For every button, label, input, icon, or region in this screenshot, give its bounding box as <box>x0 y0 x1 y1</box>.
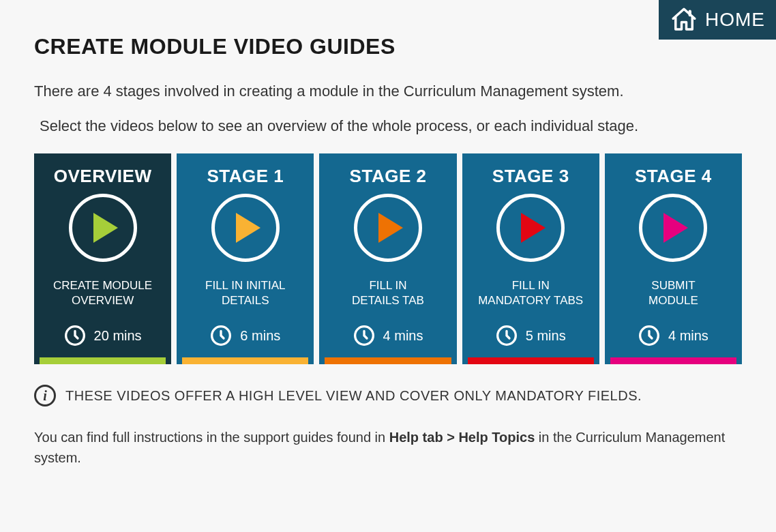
footer-bold: Help tab > Help Topics <box>389 430 535 445</box>
duration-text: 20 mins <box>94 328 142 344</box>
home-button[interactable]: HOME <box>659 0 776 40</box>
card-duration: 4 mins <box>638 325 708 346</box>
play-icon <box>211 194 280 262</box>
video-card-3[interactable]: STAGE 3FILL IN MANDATORY TABS5 mins <box>462 153 599 364</box>
play-icon <box>354 194 422 262</box>
card-title: STAGE 3 <box>492 166 569 187</box>
card-duration: 6 mins <box>210 325 280 346</box>
card-duration: 5 mins <box>496 325 566 346</box>
home-label: HOME <box>705 9 765 31</box>
page-title: CREATE MODULE VIDEO GUIDES <box>34 34 742 59</box>
card-accent-bar <box>182 357 308 364</box>
card-accent-bar <box>40 357 166 364</box>
card-accent-bar <box>610 357 736 364</box>
card-title: STAGE 1 <box>207 166 284 187</box>
info-icon: i <box>34 385 56 407</box>
card-title: STAGE 4 <box>635 166 712 187</box>
card-duration: 4 mins <box>353 325 423 346</box>
intro-line-1: There are 4 stages involved in creating … <box>34 80 742 102</box>
home-icon <box>670 5 698 34</box>
card-title: OVERVIEW <box>54 166 152 187</box>
card-description: FILL IN DETAILS TAB <box>349 278 427 308</box>
card-description: FILL IN INITIAL DETAILS <box>203 278 288 308</box>
card-accent-bar <box>325 357 451 364</box>
video-card-4[interactable]: STAGE 4SUBMIT MODULE4 mins <box>605 153 742 364</box>
play-icon <box>639 194 707 262</box>
clock-icon <box>64 325 86 346</box>
clock-icon <box>353 325 375 346</box>
card-description: SUBMIT MODULE <box>646 278 701 308</box>
info-text: THESE VIDEOS OFFER A HIGH LEVEL VIEW AND… <box>65 388 642 404</box>
card-title: STAGE 2 <box>350 166 427 187</box>
video-card-2[interactable]: STAGE 2FILL IN DETAILS TAB4 mins <box>319 153 456 364</box>
duration-text: 4 mins <box>668 328 708 344</box>
video-card-1[interactable]: STAGE 1FILL IN INITIAL DETAILS6 mins <box>177 153 314 364</box>
card-description: FILL IN MANDATORY TABS <box>475 278 586 308</box>
duration-text: 5 mins <box>526 328 566 344</box>
info-row: i THESE VIDEOS OFFER A HIGH LEVEL VIEW A… <box>34 385 742 407</box>
card-description: CREATE MODULE OVERVIEW <box>50 278 155 308</box>
video-cards-row: OVERVIEWCREATE MODULE OVERVIEW20 minsSTA… <box>34 153 742 364</box>
duration-text: 4 mins <box>383 328 423 344</box>
clock-icon <box>210 325 232 346</box>
clock-icon <box>496 325 518 346</box>
duration-text: 6 mins <box>240 328 280 344</box>
card-duration: 20 mins <box>64 325 142 346</box>
footer-prefix: You can find full instructions in the su… <box>34 430 389 445</box>
video-card-0[interactable]: OVERVIEWCREATE MODULE OVERVIEW20 mins <box>34 153 171 364</box>
play-icon <box>496 194 565 262</box>
intro-line-2: Select the videos below to see an overvi… <box>40 115 742 137</box>
play-icon <box>69 194 137 262</box>
card-accent-bar <box>468 357 594 364</box>
clock-icon <box>638 325 660 346</box>
footer-text: You can find full instructions in the su… <box>34 427 742 468</box>
